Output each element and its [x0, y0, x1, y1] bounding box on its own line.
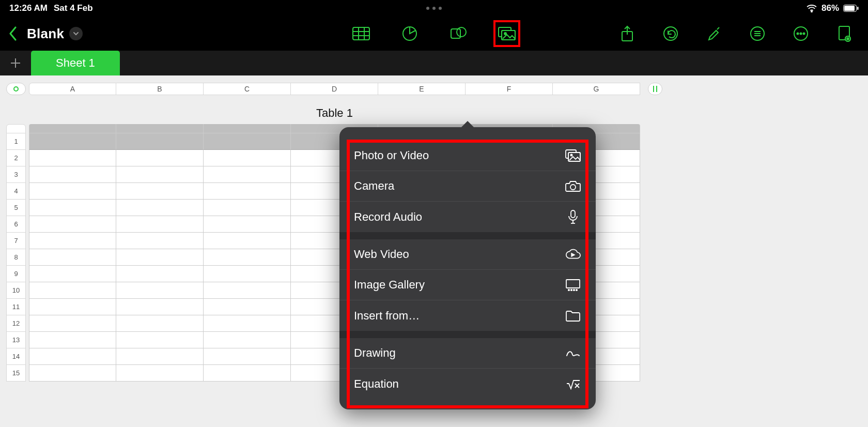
- cell[interactable]: [29, 282, 116, 299]
- list-menu-icon[interactable]: [747, 23, 768, 44]
- cell[interactable]: [204, 332, 291, 348]
- svg-point-44: [576, 289, 577, 291]
- cell[interactable]: [204, 216, 291, 233]
- cell[interactable]: [204, 183, 291, 200]
- row-header[interactable]: 12: [6, 315, 26, 332]
- cell[interactable]: [29, 166, 116, 183]
- row-header[interactable]: 8: [6, 249, 26, 266]
- column-header[interactable]: C: [204, 83, 291, 95]
- cell[interactable]: [116, 183, 204, 200]
- insert-media-icon[interactable]: [497, 23, 517, 44]
- cell[interactable]: [29, 233, 116, 249]
- cell[interactable]: [116, 299, 204, 315]
- column-header[interactable]: A: [29, 83, 116, 95]
- menu-web-video[interactable]: Web Video: [339, 239, 596, 270]
- menu-drawing[interactable]: Drawing: [339, 338, 596, 369]
- row-header[interactable]: 9: [6, 266, 26, 282]
- cell[interactable]: [29, 299, 116, 315]
- row-header[interactable]: 1: [6, 133, 26, 150]
- cell[interactable]: [116, 315, 204, 332]
- cell[interactable]: [29, 183, 116, 200]
- cell[interactable]: [204, 133, 291, 150]
- cell[interactable]: [116, 200, 204, 216]
- cell[interactable]: [204, 365, 291, 382]
- cell[interactable]: [29, 216, 116, 233]
- cell[interactable]: [29, 200, 116, 216]
- cell[interactable]: [204, 348, 291, 365]
- cell[interactable]: [204, 200, 291, 216]
- menu-camera[interactable]: Camera: [339, 171, 596, 202]
- cell[interactable]: [29, 348, 116, 365]
- share-icon[interactable]: [617, 23, 638, 44]
- menu-photo-or-video[interactable]: Photo or Video: [339, 141, 596, 171]
- svg-rect-2: [844, 6, 855, 11]
- title-dropdown-icon[interactable]: [69, 27, 83, 40]
- row-header[interactable]: 14: [6, 348, 26, 365]
- cell[interactable]: [116, 216, 204, 233]
- menu-record-audio[interactable]: Record Audio: [339, 202, 596, 232]
- more-menu-icon[interactable]: [791, 23, 811, 44]
- back-button[interactable]: [8, 26, 18, 41]
- menu-image-gallery[interactable]: Image Gallery: [339, 270, 596, 300]
- cell[interactable]: [116, 150, 204, 166]
- menu-insert-from[interactable]: Insert from…: [339, 300, 596, 331]
- photo-icon: [565, 148, 581, 163]
- row-header[interactable]: 10: [6, 282, 26, 299]
- cell[interactable]: [29, 133, 116, 150]
- insert-shape-icon[interactable]: [448, 23, 469, 44]
- spreadsheet-canvas: ABCDEFG Table 1 123456789101112131415 Ph…: [0, 75, 868, 427]
- cell[interactable]: [204, 282, 291, 299]
- row-header[interactable]: 2: [6, 150, 26, 166]
- row-header[interactable]: 13: [6, 332, 26, 348]
- cell[interactable]: [29, 332, 116, 348]
- select-all-pill[interactable]: [6, 83, 26, 95]
- cell[interactable]: [116, 365, 204, 382]
- cell[interactable]: [116, 332, 204, 348]
- cell[interactable]: [116, 166, 204, 183]
- cell[interactable]: [29, 315, 116, 332]
- svg-rect-40: [566, 280, 580, 288]
- cell[interactable]: [116, 233, 204, 249]
- row-header[interactable]: 15: [6, 365, 26, 382]
- document-title-wrap[interactable]: Blank: [27, 26, 83, 42]
- column-header[interactable]: E: [378, 83, 466, 95]
- cell[interactable]: [204, 249, 291, 266]
- cell[interactable]: [29, 266, 116, 282]
- row-header[interactable]: 5: [6, 200, 26, 216]
- cell[interactable]: [204, 315, 291, 332]
- cell[interactable]: [116, 348, 204, 365]
- add-column-pill[interactable]: [648, 83, 662, 95]
- insert-chart-icon[interactable]: [399, 23, 420, 44]
- cell[interactable]: [29, 150, 116, 166]
- document-settings-icon[interactable]: [834, 23, 855, 44]
- column-header[interactable]: G: [553, 83, 640, 95]
- table-title[interactable]: Table 1: [29, 106, 640, 120]
- folder-icon: [565, 309, 581, 323]
- cell[interactable]: [204, 166, 291, 183]
- cloud-video-icon: [565, 247, 581, 262]
- insert-table-icon[interactable]: [351, 23, 371, 44]
- cell[interactable]: [204, 233, 291, 249]
- cell[interactable]: [204, 299, 291, 315]
- cell[interactable]: [116, 133, 204, 150]
- column-header[interactable]: D: [291, 83, 378, 95]
- row-header[interactable]: 6: [6, 216, 26, 233]
- row-header[interactable]: 11: [6, 299, 26, 315]
- menu-equation[interactable]: Equation: [339, 369, 596, 399]
- row-header[interactable]: 3: [6, 166, 26, 183]
- add-sheet-button[interactable]: [0, 51, 31, 75]
- cell[interactable]: [29, 365, 116, 382]
- cell[interactable]: [204, 266, 291, 282]
- cell[interactable]: [116, 249, 204, 266]
- column-header[interactable]: F: [466, 83, 553, 95]
- column-header[interactable]: B: [116, 83, 204, 95]
- row-header[interactable]: 4: [6, 183, 26, 200]
- sheet-tab[interactable]: Sheet 1: [31, 51, 120, 75]
- cell[interactable]: [116, 266, 204, 282]
- cell[interactable]: [204, 150, 291, 166]
- undo-icon[interactable]: [660, 23, 681, 44]
- row-header[interactable]: 7: [6, 233, 26, 249]
- cell[interactable]: [116, 282, 204, 299]
- cell[interactable]: [29, 249, 116, 266]
- format-brush-icon[interactable]: [704, 23, 724, 44]
